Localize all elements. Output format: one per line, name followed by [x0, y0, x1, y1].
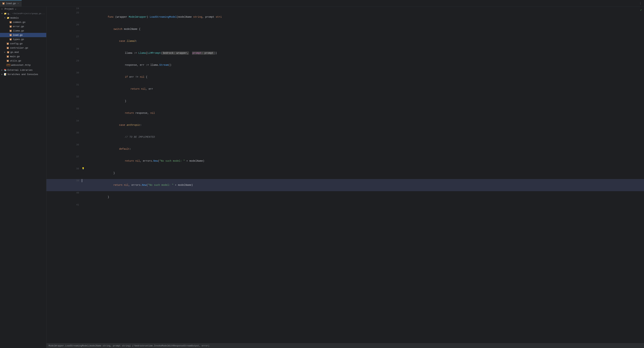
root-label: goapp_genai	[8, 12, 11, 15]
tree-types-go[interactable]: 🐹 types.go	[0, 37, 46, 42]
utils-go-label: utils.go	[10, 60, 21, 62]
line-content-34: case anthropic:	[85, 119, 644, 131]
project-arrow: ▼	[2, 8, 4, 10]
gutter-36	[81, 143, 85, 155]
line-num-36: 36	[46, 143, 81, 155]
tab-more-button[interactable]: ⋮	[637, 2, 644, 5]
tree-controller-go[interactable]: 🐹 controller.go	[0, 46, 46, 50]
code-line-38: 38 💡 }	[46, 167, 644, 179]
gutter-38: 💡	[81, 167, 85, 179]
line-content-30: if err != nil {	[85, 71, 644, 83]
config-go-label: config.go	[10, 42, 22, 45]
status-bar: ModelWrapper.LoadStreamingModel(modelNam…	[46, 343, 644, 348]
line-num-31: 31	[46, 83, 81, 95]
load-go-label: load.go	[13, 34, 23, 36]
line-content-27: case llama3:	[85, 35, 644, 47]
models-folder-icon: 📁	[7, 16, 10, 19]
ext-lib-icon: 📚	[4, 69, 6, 72]
tree-config-go[interactable]: 🐹 config.go	[0, 42, 46, 46]
line-content-29: response, err := llama.Stream()	[85, 59, 644, 71]
line-content-41	[85, 203, 644, 208]
load-go-icon: 🐹	[9, 34, 12, 36]
line-num-39: 39	[46, 179, 81, 191]
line-num-37: 37	[46, 155, 81, 167]
tree-load-go[interactable]: 🐹 load.go	[0, 33, 46, 37]
code-line-39: 39 return nil, errors.New("No such model…	[46, 179, 644, 191]
tree-websocket-http[interactable]: API websocket.http	[0, 63, 46, 67]
line-num-38: 38	[46, 167, 81, 179]
line-num-34: 34	[46, 119, 81, 131]
line-num-30: 30	[46, 71, 81, 83]
code-line-24: 24	[46, 7, 644, 11]
gutter-35	[81, 131, 85, 143]
gutter-24	[81, 7, 85, 11]
error-go-icon: 🐹	[9, 25, 12, 28]
models-label: models	[10, 16, 19, 19]
editor-content[interactable]: ✓ 24 25 func (wrapper ModelWrapper) L	[46, 7, 644, 343]
code-line-37: 37 return nil, errors.New("No such model…	[46, 155, 644, 167]
gutter-25	[81, 11, 85, 23]
tree-utils-go[interactable]: 🐹 utils.go	[0, 58, 46, 63]
line-content-24	[85, 7, 644, 11]
line-content-31: return nil, err	[85, 83, 644, 95]
code-line-40: 40 }	[46, 191, 644, 203]
line-num-25: 25	[46, 11, 81, 23]
websocket-http-label: websocket.http	[11, 64, 30, 66]
code-line-29: 29 response, err := llama.Stream()	[46, 59, 644, 71]
folder-icon: 📁	[4, 12, 6, 15]
tree-scratches-consoles[interactable]: ▶ 📝 Scratches and Consoles	[0, 72, 46, 76]
common-go-label: common.go	[13, 21, 25, 24]
go-mod-label: go.mod	[10, 51, 19, 54]
utils-go-icon: 🐹	[6, 60, 9, 62]
gutter-31	[81, 83, 85, 95]
line-content-36: default:	[85, 143, 644, 155]
code-line-35: 35 // TO BE IMPLEMENTED	[46, 131, 644, 143]
ext-lib-arrow: ▶	[2, 69, 4, 71]
tree-error-go[interactable]: 🐹 error.go	[0, 24, 46, 28]
line-num-29: 29	[46, 59, 81, 71]
line-content-38: }	[85, 167, 644, 179]
tree-common-go[interactable]: 🐹 common.go	[0, 20, 46, 24]
root-arrow: ▼	[2, 13, 4, 15]
project-header[interactable]: ▼ Project ∨	[0, 7, 46, 12]
line-num-28: 28	[46, 47, 81, 59]
gutter-34	[81, 119, 85, 131]
code-line-36: 36 default:	[46, 143, 644, 155]
editor-area: ✓ 24 25 func (wrapper ModelWrapper) L	[46, 7, 644, 348]
line-content-33: return response, nil	[85, 107, 644, 119]
go-mod-icon: 🐹	[7, 51, 10, 54]
gutter-29	[81, 59, 85, 71]
tab-load-go[interactable]: 🐹 load.go ×	[0, 0, 22, 6]
code-table: 24 25 func (wrapper ModelWrapper) LoadSt…	[46, 7, 644, 208]
line-content-25: func (wrapper ModelWrapper) LoadStreamin…	[85, 11, 644, 23]
code-line-33: 33 return response, nil	[46, 107, 644, 119]
line-num-32: 32	[46, 95, 81, 107]
line-num-24: 24	[46, 7, 81, 11]
code-line-28: 28 llama := Llama{LLMPrompt{bedrock: wra…	[46, 47, 644, 59]
tab-close-button[interactable]: ×	[17, 2, 20, 5]
main-go-label: main.go	[10, 55, 20, 58]
status-text: ModelWrapper.LoadStreamingModel(modelNam…	[48, 344, 209, 347]
save-checkmark: ✓	[640, 8, 642, 12]
tab-bar: 🐹 load.go × ⋮	[0, 0, 644, 7]
tree-external-libraries[interactable]: ▶ 📚 External Libraries	[0, 68, 46, 72]
tree-main-go[interactable]: 🐹 main.go	[0, 54, 46, 58]
sidebar: ▼ Project ∨ ▼ 📁 goapp_genai ~/GolandProj…	[0, 7, 46, 348]
tree-llama-go[interactable]: 🐹 llama.go	[0, 28, 46, 33]
project-label: Project	[5, 8, 14, 10]
controller-go-icon: 🐹	[6, 47, 9, 49]
tree-models-folder[interactable]: ▼ 📁 models	[0, 16, 46, 20]
config-go-icon: 🐹	[6, 42, 9, 45]
gutter-39	[81, 179, 85, 191]
code-line-31: 31 return nil, err	[46, 83, 644, 95]
code-line-34: 34 case anthropic:	[46, 119, 644, 131]
gutter-27	[81, 35, 85, 47]
gutter-41	[81, 203, 85, 208]
tree-root-goapp[interactable]: ▼ 📁 goapp_genai ~/GolandProjects/goapp_g…	[0, 12, 46, 16]
line-content-39: return nil, errors.New("No such model: "…	[85, 179, 644, 191]
line-content-35: // TO BE IMPLEMENTED	[85, 131, 644, 143]
tree-go-mod[interactable]: ▶ 🐹 go.mod	[0, 50, 46, 54]
gutter-30	[81, 71, 85, 83]
gutter-32	[81, 95, 85, 107]
line-num-27: 27	[46, 35, 81, 47]
